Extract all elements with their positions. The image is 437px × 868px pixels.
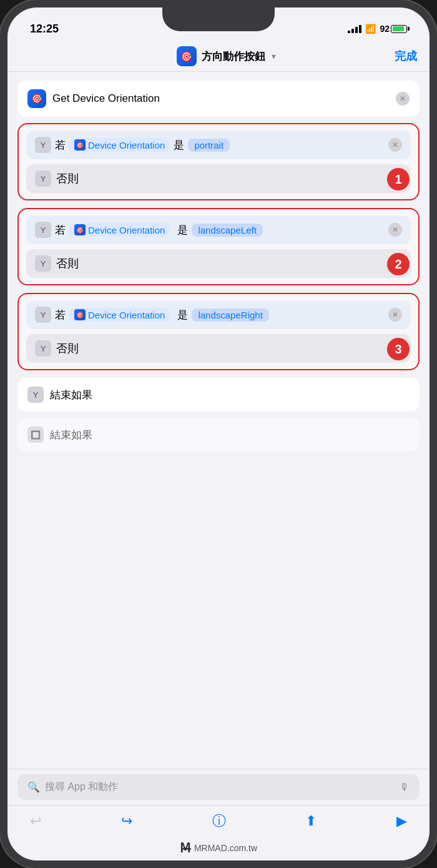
- conditional-inner-3: Y 若 🎯 Device Orientation 是 landscapeRigh…: [19, 294, 418, 369]
- else-icon-2: Y: [35, 255, 51, 272]
- end-item-left-1: Y 結束如果: [27, 387, 92, 403]
- content-area: 🎯 Get Device Orientation ✕ Y 若 🎯 Device …: [7, 72, 430, 769]
- is-label-3: 是: [177, 308, 188, 322]
- circle-number-1: 1: [387, 168, 410, 190]
- redo-button[interactable]: ↪: [121, 813, 132, 829]
- wifi-icon: 📶: [365, 24, 376, 34]
- nav-title: 🎯 方向動作按鈕 ▾: [177, 46, 276, 66]
- else-label-1: 否則: [56, 171, 79, 186]
- circle-number-3: 3: [387, 338, 410, 360]
- end-item-1[interactable]: Y 結束如果: [17, 378, 420, 412]
- conditional-block-2: Y 若 🎯 Device Orientation 是 landscapeLeft…: [17, 208, 420, 285]
- device-orientation-badge-1[interactable]: 🎯 Device Orientation: [69, 138, 170, 152]
- if-row-content-1: 若 🎯 Device Orientation 是 portrait: [55, 138, 385, 152]
- status-icons: 📶 92: [348, 24, 407, 34]
- if-row-content-2: 若 🎯 Device Orientation 是 landscapeLeft: [55, 223, 385, 237]
- battery-percentage: 92: [380, 24, 390, 34]
- else-icon-1: Y: [35, 170, 51, 187]
- action-icon: 🎯: [27, 89, 46, 108]
- signal-bars-icon: [348, 24, 361, 33]
- undo-button[interactable]: ↩: [30, 813, 41, 829]
- conditional-block-3: Y 若 🎯 Device Orientation 是 landscapeRigh…: [17, 293, 420, 370]
- play-button[interactable]: ▶: [396, 813, 407, 829]
- home-indicator: [7, 859, 430, 868]
- action-item-left: 🎯 Get Device Orientation: [27, 89, 160, 108]
- end-icon-2: 🔲: [27, 427, 44, 443]
- search-icon: 🔍: [27, 781, 40, 793]
- share-button[interactable]: ⬆: [305, 813, 317, 829]
- else-label-2: 否則: [56, 256, 79, 271]
- device-orientation-badge-2[interactable]: 🎯 Device Orientation: [69, 223, 170, 237]
- info-button[interactable]: ⓘ: [212, 812, 226, 831]
- conditional-block-1: Y 若 🎯 Device Orientation 是 portrait ✕: [17, 123, 420, 200]
- search-placeholder: 搜尋 App 和動作: [45, 781, 395, 794]
- end-label-1: 結束如果: [50, 388, 92, 402]
- end-item-2[interactable]: 🔲 結束如果: [17, 418, 420, 451]
- if-icon-1: Y: [35, 137, 51, 153]
- if-label-1: 若: [55, 138, 66, 152]
- close-button-1[interactable]: ✕: [396, 92, 410, 106]
- value-badge-1[interactable]: portrait: [188, 139, 230, 152]
- phone-frame: 12:25 📶 92 🎯 方向動作按鈕 ▾ 完成: [0, 0, 437, 868]
- bottom-toolbar: ↩ ↪ ⓘ ⬆ ▶: [7, 805, 430, 837]
- conditional-inner-1: Y 若 🎯 Device Orientation 是 portrait ✕: [19, 124, 418, 199]
- device-orientation-badge-3[interactable]: 🎯 Device Orientation: [69, 308, 170, 322]
- nav-bar: 🎯 方向動作按鈕 ▾ 完成: [7, 41, 430, 72]
- nav-done-button[interactable]: 完成: [395, 49, 417, 64]
- badge-icon-1: 🎯: [74, 139, 86, 150]
- badge-text-2: Device Orientation: [88, 225, 165, 235]
- get-device-orientation-item[interactable]: 🎯 Get Device Orientation ✕: [17, 81, 420, 117]
- is-label-1: 是: [174, 138, 184, 152]
- conditional-inner-2: Y 若 🎯 Device Orientation 是 landscapeLeft…: [19, 209, 418, 284]
- search-bar[interactable]: 🔍 搜尋 App 和動作 🎙: [17, 774, 420, 800]
- mic-icon[interactable]: 🎙: [400, 782, 410, 793]
- watermark-brand: MRMAD.com.tw: [194, 843, 257, 853]
- else-row-3[interactable]: Y 否則 ✕: [26, 334, 411, 363]
- battery-icon: [391, 25, 407, 33]
- status-time: 12:25: [30, 22, 59, 36]
- if-row-content-3: 若 🎯 Device Orientation 是 landscapeRight: [55, 308, 385, 322]
- watermark-logo: M̶: [180, 841, 190, 856]
- action-label: Get Device Orientation: [52, 92, 160, 105]
- battery-indicator: 92: [380, 24, 407, 34]
- if-row-1[interactable]: Y 若 🎯 Device Orientation 是 portrait ✕: [26, 131, 411, 159]
- value-badge-3[interactable]: landscapeRight: [192, 308, 268, 322]
- else-row-1[interactable]: Y 否則 ✕: [26, 164, 411, 193]
- close-button-if-1[interactable]: ✕: [388, 138, 402, 152]
- if-icon-3: Y: [35, 307, 51, 323]
- if-icon-2: Y: [35, 222, 51, 238]
- badge-text-1: Device Orientation: [88, 140, 165, 150]
- if-label-3: 若: [55, 308, 66, 322]
- notch: [162, 7, 275, 31]
- else-row-2[interactable]: Y 否則 ✕: [26, 249, 411, 278]
- watermark: M̶ MRMAD.com.tw: [7, 837, 430, 859]
- if-row-2[interactable]: Y 若 🎯 Device Orientation 是 landscapeLeft…: [26, 215, 411, 244]
- else-label-3: 否則: [56, 341, 79, 356]
- end-icon-1: Y: [27, 387, 44, 403]
- is-label-2: 是: [177, 223, 188, 237]
- nav-title-text: 方向動作按鈕: [202, 49, 265, 64]
- search-bar-container: 🔍 搜尋 App 和動作 🎙: [7, 769, 430, 805]
- if-label-2: 若: [55, 223, 66, 237]
- close-button-if-2[interactable]: ✕: [388, 223, 402, 237]
- close-button-if-3[interactable]: ✕: [388, 308, 402, 322]
- app-icon: 🎯: [177, 46, 197, 66]
- value-badge-2[interactable]: landscapeLeft: [192, 224, 262, 237]
- badge-text-3: Device Orientation: [88, 310, 165, 320]
- else-icon-3: Y: [35, 340, 51, 357]
- end-label-2: 結束如果: [50, 428, 92, 442]
- badge-icon-3: 🎯: [74, 309, 86, 320]
- badge-icon-2: 🎯: [74, 224, 86, 235]
- if-row-3[interactable]: Y 若 🎯 Device Orientation 是 landscapeRigh…: [26, 300, 411, 329]
- circle-number-2: 2: [387, 253, 410, 275]
- end-item-left-2: 🔲 結束如果: [27, 427, 92, 443]
- nav-chevron-icon[interactable]: ▾: [272, 51, 276, 61]
